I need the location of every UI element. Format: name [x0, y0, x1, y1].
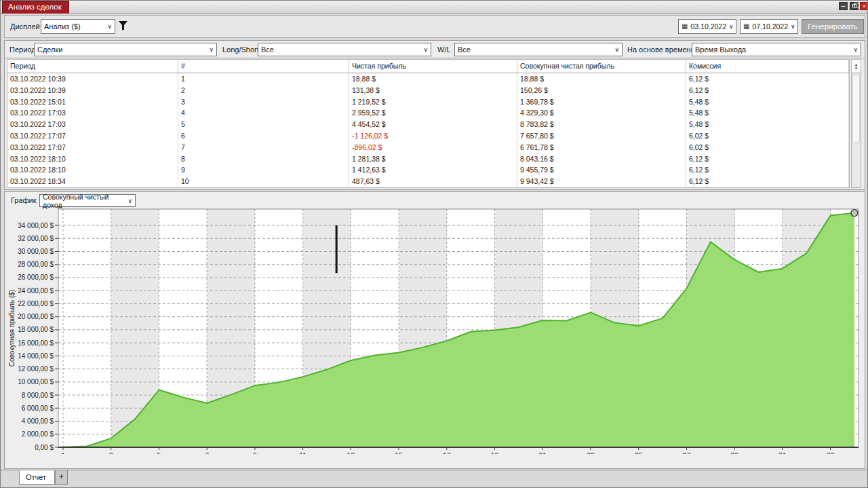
chart-panel: График Совокупный чистый доход ∨ 0,00 $2…	[4, 191, 865, 469]
table-row[interactable]: 03.10.2022 17:0342 959,52 $4 329,30 $5,4…	[7, 107, 849, 119]
minimize-button[interactable]: –	[839, 2, 848, 10]
cell-number: 1	[178, 73, 349, 85]
table-row[interactable]: 03.10.2022 10:392131,38 $150,26 $6,12 $	[7, 85, 849, 96]
table-row[interactable]: 03.10.2022 18:1091 412,63 $9 455,79 $6,1…	[7, 164, 849, 176]
x-tick-label: 23	[587, 451, 595, 454]
cell-net-profit: 487,63 $	[349, 176, 517, 187]
filter-row: Период Сделки ∨ Long/Short Все ∨ W/L Все…	[5, 41, 865, 58]
restore-button[interactable]	[850, 2, 859, 10]
toolbar: Дисплей Анализ ($) ∨ ▦ 03.10.2022 ∨ ▦ 07…	[4, 15, 865, 38]
y-tick-label: 4 000,00 $	[22, 417, 54, 425]
chevron-down-icon: ∨	[612, 46, 619, 53]
scrollbar-thumb[interactable]	[852, 75, 860, 143]
y-tick-label: 24 000,00 $	[18, 287, 54, 295]
y-tick-label: 0,00 $	[35, 444, 54, 451]
generate-button[interactable]: Генерировать	[802, 19, 864, 34]
cell-commission: 5,48 $	[686, 107, 849, 119]
cell-period: 03.10.2022 18:34	[7, 176, 178, 187]
table-row[interactable]: 03.10.2022 10:39118,88 $18,88 $6,12 $	[7, 73, 849, 85]
longshort-filter-value: Все	[261, 45, 274, 54]
cell-net-profit: -1 126,02 $	[349, 130, 517, 142]
x-tick-label: 11	[299, 451, 307, 454]
table-row[interactable]: 03.10.2022 17:076-1 126,02 $7 657,80 $6,…	[7, 130, 849, 142]
cell-cumulative-profit: 7 657,80 $	[517, 130, 686, 142]
column-header-net-profit[interactable]: Чистая прибыль	[349, 60, 517, 73]
y-tick-label: 18 000,00 $	[18, 326, 54, 333]
cell-period: 03.10.2022 18:10	[7, 164, 178, 176]
y-tick-label: 8 000,00 $	[22, 392, 54, 399]
y-tick-label: 2 000,00 $	[22, 430, 54, 438]
cumulative-profit-chart[interactable]: 0,00 $2 000,00 $4 000,00 $6 000,00 $8 00…	[5, 192, 865, 454]
y-tick-label: 34 000,00 $	[18, 222, 54, 229]
display-select[interactable]: Анализ ($) ∨	[41, 19, 115, 34]
trades-table: Период # Чистая прибыль Совокупная чиста…	[7, 59, 850, 188]
end-point-marker	[851, 210, 858, 217]
column-header-cumulative-profit[interactable]: Совокупная чистая прибыль	[517, 60, 686, 73]
chevron-down-icon: ∨	[206, 46, 214, 53]
chevron-down-icon: ∨	[420, 46, 428, 53]
filter-icon[interactable]	[118, 20, 128, 31]
table-row[interactable]: 03.10.2022 15:0131 219,52 $1 369,78 $5,4…	[7, 96, 849, 108]
x-tick-label: 1	[61, 451, 65, 454]
table-scrollbar[interactable]: ▲ ▼	[851, 59, 861, 188]
date-to-select[interactable]: ▦ 07.10.2022 ∨	[740, 19, 798, 34]
footer-tab-bar: Отчет +	[1, 470, 868, 488]
cell-commission: 5,48 $	[686, 96, 849, 108]
tab-report[interactable]: Отчет	[19, 470, 55, 485]
cell-cumulative-profit: 8 043,16 $	[517, 153, 686, 165]
analysis-panel: Период Сделки ∨ Long/Short Все ∨ W/L Все…	[4, 40, 865, 190]
table-row[interactable]: 03.10.2022 18:3410487,63 $9 943,42 $6,12…	[7, 176, 849, 187]
y-tick-label: 20 000,00 $	[18, 313, 54, 320]
date-from-select[interactable]: ▦ 03.10.2022 ∨	[678, 19, 736, 34]
cell-number: 4	[178, 107, 349, 119]
wl-filter-select[interactable]: Все ∨	[454, 43, 623, 56]
close-button[interactable]: ×	[860, 2, 868, 10]
timebase-filter-select[interactable]: Время Выхода ∨	[692, 43, 861, 56]
chevron-down-icon: ∨	[726, 23, 734, 30]
cell-number: 10	[178, 176, 349, 187]
table-row[interactable]: 03.10.2022 17:077-896,02 $6 761,78 $6,02…	[7, 142, 849, 153]
y-tick-label: 16 000,00 $	[18, 339, 54, 347]
y-tick-label: 30 000,00 $	[18, 248, 54, 255]
cell-commission: 6,12 $	[686, 73, 849, 85]
wl-filter-label: W/L	[437, 45, 451, 54]
cell-cumulative-profit: 4 329,30 $	[517, 107, 686, 119]
cell-period: 03.10.2022 10:39	[7, 73, 178, 85]
cell-number: 2	[178, 85, 349, 96]
cell-period: 03.10.2022 10:39	[7, 85, 178, 96]
add-tab-button[interactable]: +	[55, 470, 68, 485]
x-tick-label: 19	[491, 451, 499, 454]
column-header-period[interactable]: Период	[7, 60, 178, 73]
period-filter-select[interactable]: Сделки ∨	[34, 43, 217, 56]
restore-icon	[852, 4, 856, 7]
header-spinner[interactable]: ▲ ▼	[852, 60, 861, 73]
cell-cumulative-profit: 150,26 $	[517, 85, 686, 96]
period-filter-value: Сделки	[37, 45, 63, 54]
y-tick-label: 22 000,00 $	[18, 300, 54, 307]
y-tick-label: 6 000,00 $	[22, 405, 54, 412]
y-tick-label: 10 000,00 $	[18, 378, 54, 386]
x-tick-label: 3	[109, 451, 113, 454]
y-tick-label: 26 000,00 $	[18, 274, 54, 281]
chevron-down-icon: ∨	[850, 46, 858, 53]
x-tick-label: 17	[443, 451, 451, 454]
y-tick-label: 14 000,00 $	[18, 352, 54, 360]
y-tick-label: 32 000,00 $	[18, 235, 54, 242]
x-tick-label: 27	[683, 451, 691, 454]
window-title: Анализ сделок	[2, 1, 69, 14]
cell-period: 03.10.2022 17:03	[7, 119, 178, 130]
x-tick-label: 5	[157, 451, 161, 454]
column-header-commission[interactable]: Комиссия	[686, 60, 849, 73]
cell-commission: 6,02 $	[686, 130, 849, 142]
column-header-number[interactable]: #	[178, 60, 349, 73]
longshort-filter-select[interactable]: Все ∨	[258, 43, 431, 56]
x-tick-label: 31	[778, 451, 787, 454]
display-select-value: Анализ ($)	[44, 22, 81, 31]
timebase-filter-label: На основе времени	[627, 45, 695, 54]
table-row[interactable]: 03.10.2022 17:0354 454,52 $8 783,82 $5,4…	[7, 119, 849, 130]
calendar-icon: ▦	[682, 23, 688, 30]
x-tick-label: 7	[205, 451, 209, 454]
chevron-down-icon: ∨	[788, 23, 795, 30]
table-row[interactable]: 03.10.2022 18:1081 281,38 $8 043,16 $6,1…	[7, 153, 849, 165]
cell-number: 7	[178, 142, 349, 153]
